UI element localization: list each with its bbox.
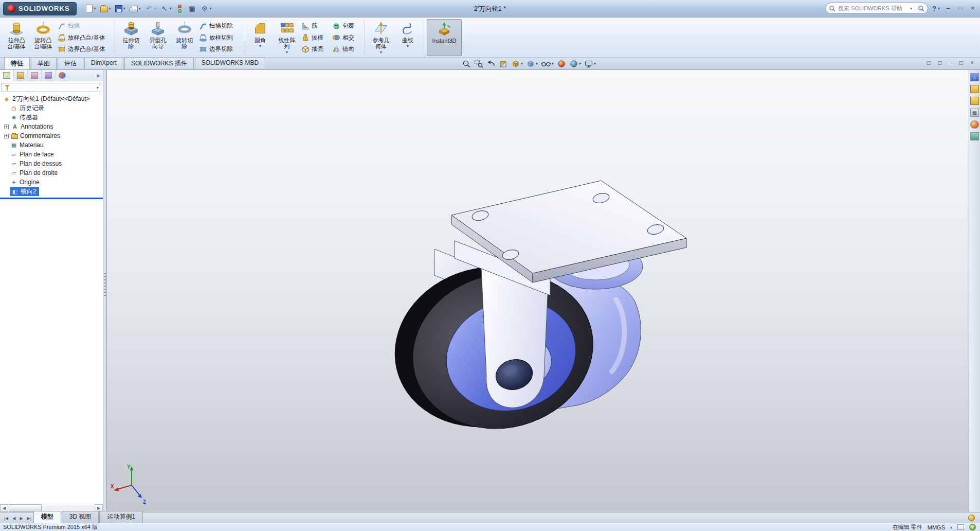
units-selector[interactable]: MMGS — [928, 524, 945, 530]
tab-mbd[interactable]: SOLIDWORKS MBD — [195, 57, 265, 69]
dropdown-caret-icon[interactable]: ▾ — [407, 44, 409, 48]
doc-restore-icon[interactable]: □ — [925, 59, 933, 66]
reference-geometry-button[interactable]: 参考几 何体 ▾ — [368, 19, 394, 56]
next-tab-button[interactable]: ▶ — [17, 516, 25, 523]
options-button[interactable]: ⚙▾ — [199, 4, 213, 14]
rebuild-button[interactable] — [174, 4, 186, 14]
swept-boss-button[interactable]: 扫描 — [58, 21, 111, 31]
tree-root-part[interactable]: ◆ 2'万向轮1 (Défaut<<Défaut> — [0, 94, 103, 103]
caster-wheel-model[interactable] — [107, 70, 969, 512]
view-settings-button[interactable]: ▾ — [583, 59, 597, 69]
doc-minimize-icon[interactable]: – — [947, 59, 954, 66]
draft-button[interactable]: 拔模 — [301, 32, 330, 43]
tab-motion-study-1[interactable]: 运动算例1 — [99, 511, 143, 523]
dropdown-caret-icon[interactable]: ▾ — [97, 85, 99, 90]
doc-maximize-icon[interactable]: □ — [957, 59, 965, 66]
tree-item-mirror2-selected[interactable]: ◧ 镜向2 — [0, 187, 103, 196]
minimize-button[interactable]: – — [944, 5, 952, 12]
graphics-viewport[interactable]: Y X Z — [107, 70, 969, 512]
help-button[interactable]: ?▾ — [932, 5, 940, 12]
file-explorer-icon[interactable] — [970, 97, 979, 105]
close-button[interactable]: × — [969, 5, 977, 12]
tab-3d-views[interactable]: 3D 视图 — [62, 511, 99, 523]
display-style-button[interactable]: ▾ — [525, 59, 539, 69]
dropdown-caret-icon[interactable]: ▾ — [210, 6, 212, 11]
first-tab-button[interactable]: |◀ — [2, 516, 10, 523]
apply-scene-button[interactable]: ▾ — [568, 59, 582, 69]
tree-item-annotations[interactable]: + A Annotations — [0, 122, 103, 131]
splitter-grip-icon[interactable] — [104, 273, 106, 297]
scroll-left-arrow[interactable]: ◀ — [0, 504, 8, 512]
swept-cut-button[interactable]: 扫描切除 — [199, 21, 240, 31]
tab-display-manager[interactable] — [56, 70, 69, 81]
units-caret-icon[interactable]: ▴ — [950, 525, 952, 529]
revolved-cut-button[interactable]: 旋转切 除 — [171, 19, 198, 56]
boundary-boss-button[interactable]: 边界凸台/基体 — [58, 44, 111, 55]
tree-item-origin[interactable]: + Origine — [0, 178, 103, 187]
tab-sketch[interactable]: 草图 — [31, 57, 57, 69]
expand-icon[interactable]: + — [4, 134, 9, 138]
panel-splitter[interactable] — [103, 70, 107, 512]
section-view-button[interactable] — [498, 59, 509, 69]
boundary-cut-button[interactable]: 边界切除 — [199, 44, 240, 55]
tree-item-sensors[interactable]: ◉ 传感器 — [0, 113, 103, 122]
view-palette-icon[interactable]: ▦ — [970, 109, 979, 117]
search-box[interactable]: 搜索 SOLIDWORKS 帮助 ▾ — [825, 3, 928, 14]
extruded-boss-button[interactable]: 拉伸凸 台/基体 — [3, 19, 30, 56]
tree-item-top-plane[interactable]: ▱ Plan de dessus — [0, 159, 103, 168]
revolved-boss-button[interactable]: 旋转凸 台/基体 — [30, 19, 57, 56]
zoom-fit-button[interactable] — [461, 59, 472, 69]
mirror-button[interactable]: 镜向 — [332, 44, 361, 55]
solidworks-resources-icon[interactable]: ⌂ — [970, 73, 979, 81]
select-button[interactable]: ↖▾ — [159, 4, 173, 14]
doc-tile-icon[interactable]: □ — [936, 59, 943, 66]
tab-dimxpert-manager[interactable] — [42, 70, 56, 81]
view-orientation-button[interactable]: ▾ — [510, 59, 524, 69]
rollback-bar[interactable] — [0, 198, 103, 199]
search-scope-caret-icon[interactable]: ▾ — [910, 6, 912, 11]
status-sphere-icon[interactable] — [968, 515, 975, 521]
tab-configuration-manager[interactable] — [28, 70, 42, 81]
tree-item-front-plane[interactable]: ▱ Plan de face — [0, 150, 103, 159]
tree-item-right-plane[interactable]: ▱ Plan de droite — [0, 168, 103, 178]
instant3d-button[interactable]: Instant3D — [427, 19, 462, 56]
tab-features[interactable]: 特征 — [4, 57, 30, 69]
tabs-overflow-button[interactable]: » — [93, 70, 103, 81]
lofted-boss-button[interactable]: 放样凸台/基体 — [58, 32, 111, 43]
wrap-button[interactable]: 包覆 — [332, 21, 361, 31]
previous-view-button[interactable] — [485, 59, 497, 69]
tag-editor-icon[interactable] — [957, 524, 964, 530]
linear-pattern-button[interactable]: 线性阵 列 ▾ — [274, 19, 300, 56]
expand-icon[interactable]: + — [4, 125, 9, 129]
tree-item-material[interactable]: ▦ Materiau — [0, 140, 103, 150]
tab-feature-tree[interactable] — [0, 70, 14, 81]
dropdown-caret-icon[interactable]: ▾ — [286, 50, 288, 55]
rib-button[interactable]: 筋 — [301, 21, 330, 31]
design-library-icon[interactable] — [970, 85, 979, 93]
dropdown-caret-icon[interactable]: ▾ — [170, 6, 172, 11]
tab-model[interactable]: 模型 — [33, 511, 61, 523]
dropdown-caret-icon[interactable]: ▾ — [109, 6, 111, 11]
intersect-button[interactable]: 相交 — [332, 32, 361, 43]
appearances-scenes-icon[interactable] — [970, 120, 979, 129]
file-properties-button[interactable]: ▤ — [187, 4, 198, 14]
edit-appearance-button[interactable] — [556, 59, 567, 69]
dropdown-caret-icon[interactable]: ▾ — [259, 44, 261, 48]
extruded-cut-button[interactable]: 拉伸切 除 — [118, 19, 144, 56]
print-button[interactable]: ▾ — [128, 4, 142, 13]
search-go-icon[interactable] — [918, 5, 924, 12]
undo-button[interactable]: ↶▾ — [143, 4, 158, 14]
new-document-button[interactable]: ▾ — [84, 4, 98, 13]
save-button[interactable]: ▾ — [114, 4, 127, 13]
dropdown-caret-icon[interactable]: ▾ — [594, 62, 596, 66]
dropdown-caret-icon[interactable]: ▾ — [380, 50, 382, 55]
tree-item-history[interactable]: ◷ 历史记录 — [0, 103, 103, 113]
doc-close-icon[interactable]: × — [968, 59, 976, 66]
dropdown-caret-icon[interactable]: ▾ — [123, 6, 125, 11]
tab-property-manager[interactable] — [14, 70, 28, 81]
restore-button[interactable]: □ — [956, 5, 965, 12]
dropdown-caret-icon[interactable]: ▾ — [536, 62, 538, 66]
tree-item-comments[interactable]: + Commentaires — [0, 131, 103, 140]
curves-button[interactable]: 曲线 ▾ — [394, 19, 421, 56]
hole-wizard-button[interactable]: 异型孔 向导 — [144, 19, 171, 56]
